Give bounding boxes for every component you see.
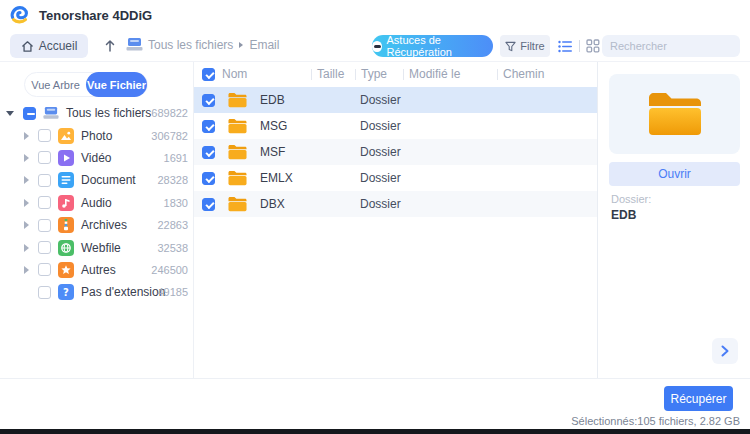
table-row[interactable]: DBX Dossier (194, 191, 597, 217)
expand-arrow-icon[interactable] (24, 266, 29, 274)
tree-item-webfile[interactable]: Webfile 32538 (0, 236, 194, 258)
archives-checkbox[interactable] (38, 219, 51, 232)
file-name: EDB (260, 93, 285, 107)
tree-item-count: 49185 (157, 286, 188, 298)
tree-item-count: 28328 (157, 174, 188, 186)
computer-icon (43, 105, 59, 121)
home-button[interactable]: Accueil (10, 34, 88, 58)
table-header: Nom Taille Type Modifié le Chemin (194, 62, 597, 87)
tree-item-count: 22863 (157, 219, 188, 231)
expand-arrow-icon[interactable] (24, 132, 29, 140)
breadcrumb-current[interactable]: Email (249, 38, 279, 52)
app-window: Tenorshare 4DDiG Accueil Tous les fichie… (0, 0, 750, 434)
tree-item-label: Tous les fichiers (66, 106, 151, 120)
svg-text:?: ? (63, 287, 69, 298)
drive-icon (126, 37, 143, 52)
tree-item-label: Webfile (81, 241, 121, 255)
expand-arrow-icon[interactable] (24, 199, 29, 207)
content-area: Vue Arbre Vue Fichier Tous les fichiers … (0, 62, 750, 378)
row-checkbox[interactable] (202, 146, 215, 159)
tree-item-archives[interactable]: Archives 22863 (0, 214, 194, 236)
search-input[interactable] (610, 40, 750, 52)
tree-item-count: 1691 (164, 152, 188, 164)
audio-icon (58, 195, 74, 211)
webfile-checkbox[interactable] (38, 241, 51, 254)
tips-label: Astuces de Récupération (387, 34, 493, 58)
tree-item-photo[interactable]: Photo 306782 (0, 124, 194, 146)
tree-item-label: Archives (81, 218, 127, 232)
expand-arrow-icon[interactable] (24, 244, 29, 252)
video-icon (58, 150, 74, 166)
file-type-tree: Tous les fichiers 689822 Photo 306782 (0, 102, 194, 304)
tree-item-no-extension[interactable]: ? Pas d'extension 49185 (0, 281, 194, 303)
grid-view-icon[interactable] (586, 39, 600, 53)
expand-arrow-icon[interactable] (24, 176, 29, 184)
breadcrumb-separator-icon (239, 42, 243, 48)
navigate-up-button[interactable] (100, 35, 120, 57)
tree-view-toggle[interactable]: Vue Arbre (25, 72, 86, 97)
recover-button[interactable]: Récupérer (664, 386, 733, 411)
folder-icon (228, 92, 247, 108)
file-type: Dossier (360, 119, 401, 133)
tree-item-count: 32538 (157, 242, 188, 254)
tree-item-document[interactable]: Document 28328 (0, 169, 194, 191)
file-table: Nom Taille Type Modifié le Chemin EDB Do… (194, 62, 597, 378)
archive-icon (58, 217, 74, 233)
expand-arrow-icon[interactable] (24, 221, 29, 229)
open-button[interactable]: Ouvrir (609, 162, 740, 186)
column-header-type: Type (361, 67, 387, 81)
row-checkbox[interactable] (202, 172, 215, 185)
tree-item-audio[interactable]: Audio 1830 (0, 192, 194, 214)
next-page-button[interactable] (712, 338, 738, 364)
video-checkbox[interactable] (38, 151, 51, 164)
document-icon (58, 172, 74, 188)
others-checkbox[interactable] (38, 263, 51, 276)
column-header-name: Nom (222, 67, 247, 81)
file-type: Dossier (360, 197, 401, 211)
tree-item-label: Autres (81, 263, 116, 277)
table-row[interactable]: MSF Dossier (194, 139, 597, 165)
funnel-icon (505, 41, 516, 52)
document-checkbox[interactable] (38, 174, 51, 187)
file-type: Dossier (360, 171, 401, 185)
tree-item-all-files[interactable]: Tous les fichiers 689822 (0, 102, 194, 124)
4ddig-logo-icon (9, 4, 31, 26)
toolbar: Accueil Tous les fichiers Email Astuces … (0, 30, 750, 62)
audio-checkbox[interactable] (38, 196, 51, 209)
webfile-icon (58, 240, 74, 256)
tree-item-video[interactable]: Vidéo 1691 (0, 147, 194, 169)
table-row[interactable]: MSG Dossier (194, 113, 597, 139)
file-name: MSF (260, 145, 285, 159)
tree-item-label: Pas d'extension (81, 285, 165, 299)
all-files-checkbox[interactable] (23, 107, 36, 120)
row-checkbox[interactable] (202, 120, 215, 133)
collapse-arrow-icon[interactable] (6, 111, 14, 116)
recovery-tips-button[interactable]: Astuces de Récupération (372, 35, 493, 57)
file-view-toggle[interactable]: Vue Fichier (86, 72, 147, 97)
row-checkbox[interactable] (202, 94, 215, 107)
select-all-checkbox[interactable] (202, 68, 215, 81)
file-type: Dossier (360, 93, 401, 107)
up-arrow-icon (104, 39, 116, 53)
photo-checkbox[interactable] (38, 129, 51, 142)
home-icon (21, 40, 34, 53)
table-row[interactable]: EDB Dossier (194, 87, 597, 113)
tree-item-label: Vidéo (81, 151, 111, 165)
filter-button[interactable]: Filtre (500, 35, 550, 57)
chevron-right-icon (720, 345, 730, 357)
preview-panel: Ouvrir Dossier: EDB (597, 62, 750, 378)
sidebar: Vue Arbre Vue Fichier Tous les fichiers … (0, 62, 194, 378)
folder-icon (228, 170, 247, 186)
table-row[interactable]: EMLX Dossier (194, 165, 597, 191)
file-name: EMLX (260, 171, 293, 185)
folder-icon (228, 118, 247, 134)
file-type: Dossier (360, 145, 401, 159)
no-extension-checkbox[interactable] (38, 286, 51, 299)
row-checkbox[interactable] (202, 198, 215, 211)
breadcrumb-root[interactable]: Tous les fichiers (148, 38, 233, 52)
tree-item-others[interactable]: Autres 246500 (0, 259, 194, 281)
selection-summary: Sélectionnés:105 fichiers, 2.82 GB (571, 415, 740, 427)
tree-item-count: 1830 (164, 197, 188, 209)
expand-arrow-icon[interactable] (24, 154, 29, 162)
list-view-icon[interactable] (558, 40, 573, 53)
